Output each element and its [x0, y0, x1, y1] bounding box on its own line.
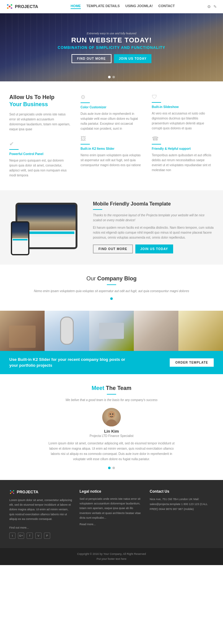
- pinterest-icon[interactable]: P: [44, 533, 50, 539]
- find-out-more-btn[interactable]: FIND OUT MORE: [72, 54, 112, 63]
- nav-using-joomla[interactable]: USING JOOMLA!: [125, 4, 153, 9]
- member-avatar: [102, 408, 121, 426]
- slideshow-link[interactable]: Built-in Slideshow: [152, 105, 214, 109]
- team-dots: [9, 467, 214, 469]
- blog-section: Our Company Blog Nemo enim ipsam volupta…: [0, 265, 223, 311]
- facebook-icon[interactable]: f: [27, 533, 33, 539]
- svg-point-1: [7, 4, 9, 6]
- hero-dot-1[interactable]: [108, 76, 111, 78]
- blog-image-4: [134, 311, 178, 351]
- mobile-text-body: Et harum quidem rerum facilis est et exp…: [93, 225, 214, 240]
- hero-subtitle: COMBINATION OF SIMPLICITY AND FUNCTIONAL…: [58, 45, 165, 50]
- footer-read-more-link[interactable]: Read more...: [80, 523, 144, 526]
- feature-divider-5: [152, 144, 161, 145]
- blog-img-1-content: [0, 311, 45, 351]
- svg-point-0: [9, 6, 11, 7]
- mobile-content: Mobile Friendly Joomla Template Thanks t…: [93, 201, 214, 253]
- footer: PROJECTA Lorem ipsum dolor sit amet, con…: [0, 480, 223, 548]
- footer-contact-title: Contact Us: [150, 489, 214, 494]
- support-text: Temporibus autem quibusdam et aut offici…: [152, 153, 214, 173]
- svg-point-11: [13, 490, 14, 491]
- blog-divider: [107, 284, 116, 285]
- member-role: Projecta LTD Finance Specialist: [90, 434, 133, 438]
- svg-point-9: [11, 491, 13, 493]
- svg-point-4: [11, 7, 12, 9]
- blog-dot-1[interactable]: [110, 297, 113, 300]
- blog-img-4-content: [134, 311, 178, 351]
- mobile-find-out-more-btn[interactable]: FIND OUT MORE: [93, 244, 133, 253]
- googleplus-icon[interactable]: G+: [18, 533, 24, 539]
- footer-logo-icon: [9, 489, 15, 495]
- mobile-text-italic: Thanks to the responsive layout of the P…: [93, 213, 214, 223]
- team-divider: [107, 394, 116, 395]
- color-customizer-link[interactable]: Color Customizer: [81, 106, 142, 109]
- features-section: Allow Us To Help Your Business Sed ut pe…: [0, 81, 223, 190]
- k2-slider-link[interactable]: Built-in K2 Items Slider: [81, 147, 142, 150]
- svg-point-6: [106, 419, 117, 426]
- footer-logo: PROJECTA: [9, 489, 73, 495]
- team-title: Meet The Team: [9, 385, 214, 391]
- mobile-join-us-today-btn[interactable]: JOIN US TODAY: [135, 244, 173, 253]
- features-main-text: Sed ut perspiciatis unde omnis iste natu…: [9, 112, 71, 132]
- mobile-title: Mobile Friendly Joomla Template: [93, 201, 214, 207]
- features-col-2: ⚙ Color Customizer Duis aute irure dolor…: [81, 94, 142, 178]
- control-panel-icon: ✔: [9, 140, 71, 147]
- svg-point-5: [108, 411, 115, 418]
- features-col-3: 🛡 Built-in Slideshow At vero eos et accu…: [152, 94, 214, 178]
- nav-contact[interactable]: CONTACT: [158, 4, 175, 9]
- footer-col-contact: Contact Us Nice Ave, 751 Old 7BA London …: [150, 489, 214, 539]
- footer-social: t G+ f V P: [9, 533, 73, 539]
- image-grid: [0, 311, 223, 351]
- nav-template-details[interactable]: TEMPLATE DETAILS: [86, 4, 120, 9]
- blog-image-1: [0, 311, 45, 351]
- blog-image-2: [45, 311, 89, 351]
- blog-img-3-content: [89, 311, 134, 351]
- features-main-title: Allow Us To Help Your Business: [9, 94, 71, 108]
- cta-text: Use Built-in K2 Slider for your recent c…: [9, 357, 127, 369]
- mobile-divider: [93, 209, 102, 210]
- member-name: Lin Kim: [104, 429, 119, 434]
- svg-point-7: [110, 413, 111, 415]
- nav-links: HOME TEMPLATE DETAILS USING JOOMLA! CONT…: [71, 4, 175, 9]
- footer-col-legal: Legal notice Sed ut perspiciatis unde om…: [80, 489, 144, 539]
- svg-point-13: [13, 493, 14, 494]
- order-template-btn[interactable]: ORDER TEMPLATE: [170, 358, 214, 367]
- mobile-section: Mobile Friendly Joomla Template Thanks t…: [0, 190, 223, 265]
- svg-point-8: [112, 413, 113, 415]
- hero-tagline: Extremely easy to use and fully featured: [58, 32, 165, 35]
- color-customizer-text: Duis aute irure dolor in reprehenderit i…: [81, 111, 142, 131]
- feature-color-customizer: ⚙ Color Customizer Duis aute irure dolor…: [81, 94, 142, 131]
- feature-k2-slider: 🖼 Built-in K2 Items Slider Nemo enim ips…: [81, 136, 142, 168]
- footer-contact-details: Nice Ave, 751 Old 7BA London UK Mail: sa…: [150, 497, 214, 512]
- team-dot-1[interactable]: [108, 467, 111, 469]
- support-icon: ☎: [152, 135, 214, 142]
- features-col-1: Allow Us To Help Your Business Sed ut pe…: [9, 94, 71, 178]
- join-us-today-btn[interactable]: JOIN US TODAY: [114, 54, 152, 63]
- mobile-devices: [9, 200, 84, 255]
- feature-divider-3: [81, 144, 90, 145]
- nav-home[interactable]: HOME: [71, 4, 81, 9]
- feature-support: ☎ Friendly & Helpful support Temporibus …: [152, 135, 214, 173]
- edit-icon[interactable]: ✎: [213, 4, 217, 9]
- control-panel-link[interactable]: Powerful Control Panel: [9, 152, 71, 156]
- blog-title: Our Company Blog: [9, 275, 214, 282]
- feature-divider-1: [9, 149, 19, 150]
- footer-find-more-link[interactable]: Find out more...: [9, 526, 29, 529]
- hero-dots: [108, 76, 115, 78]
- footer-tagline: Put your footer text here: [4, 557, 219, 561]
- team-section: Meet The Team We belive that a good team…: [0, 374, 223, 480]
- twitter-icon[interactable]: t: [9, 533, 15, 539]
- blog-subtitle: Nemo enim ipsam voluptatem quia voluptas…: [9, 289, 214, 294]
- team-subtitle: We belive that a good team is the basis …: [9, 398, 214, 402]
- user-icon[interactable]: ⚙: [207, 4, 211, 9]
- team-dot-2[interactable]: [112, 467, 115, 469]
- vimeo-icon[interactable]: V: [35, 533, 42, 539]
- logo: PROJECTA: [6, 3, 38, 10]
- hero-buttons: FIND OUT MORE JOIN US TODAY: [58, 54, 165, 63]
- logo-text: PROJECTA: [15, 4, 38, 9]
- hero-dot-2[interactable]: [112, 76, 115, 78]
- footer-legal-title: Legal notice: [80, 489, 144, 494]
- support-link[interactable]: Friendly & Helpful support: [152, 147, 214, 150]
- shield-icon: 🛡: [152, 94, 214, 100]
- slideshow-text: At vero eos et accusamus et iusto odio d…: [152, 111, 214, 131]
